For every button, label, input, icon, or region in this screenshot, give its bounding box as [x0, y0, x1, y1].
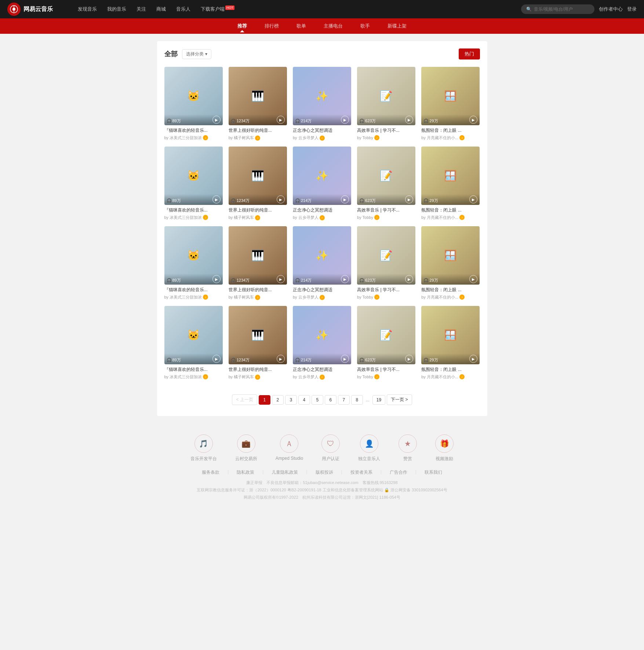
headphone-icon: 🎧	[423, 278, 429, 283]
footer-icon-item[interactable]: 💼 云村交易所	[235, 434, 257, 462]
footer-link[interactable]: 服务条款	[202, 469, 219, 476]
play-button-small[interactable]: ▶	[341, 195, 349, 203]
play-button-small[interactable]: ▶	[341, 116, 349, 124]
play-button-small[interactable]: ▶	[212, 116, 221, 124]
page-button-3[interactable]: 3	[285, 395, 297, 405]
play-button-small[interactable]: ▶	[405, 195, 413, 203]
play-count: 🎧 623万	[359, 357, 376, 363]
page-button-6[interactable]: 6	[325, 395, 336, 405]
by-label: by 月亮藏不住的小...	[421, 295, 458, 300]
page-button-19[interactable]: 19	[372, 395, 385, 405]
playlist-name: 『猫咪喜欢的轻音乐...	[164, 366, 223, 373]
sub-nav-artists[interactable]: 歌手	[359, 20, 371, 32]
chevron-down-icon: ▾	[205, 51, 207, 57]
next-page-button[interactable]: 下一页 >	[387, 394, 412, 405]
page-button-7[interactable]: 7	[338, 395, 350, 405]
thumb-overlay: 🎧 1234万 ▶	[229, 114, 287, 125]
nav-follow[interactable]: 关注	[132, 3, 150, 15]
playlist-item[interactable]: 🎹 🎧 1234万 ▶ 世界上很好听的纯音... by 橘子树风车 ♪	[229, 226, 287, 300]
nav-discover[interactable]: 发现音乐	[73, 3, 101, 15]
footer-link[interactable]: 版权投诉	[316, 469, 333, 476]
play-button-small[interactable]: ▶	[277, 355, 285, 363]
playlist-item[interactable]: 📝 🎧 623万 ▶ 高效率音乐 | 学习不... by Tobby ♪	[357, 306, 415, 380]
footer-link[interactable]: 广告合作	[390, 469, 407, 476]
playlist-item[interactable]: 🐱 🎧 89万 ▶ 『猫咪喜欢的轻音乐... by 冰美式三分甜加浓 ♪	[164, 67, 223, 141]
footer-link[interactable]: 投资者关系	[350, 469, 372, 476]
play-button-small[interactable]: ▶	[277, 195, 285, 203]
play-button-small[interactable]: ▶	[405, 355, 413, 363]
play-button-small[interactable]: ▶	[341, 275, 349, 283]
footer-link[interactable]: 隐私政策	[237, 469, 254, 476]
playlist-thumbnail: 🪟 🎧 29万 ▶	[421, 67, 480, 125]
page-button-2[interactable]: 2	[272, 395, 284, 405]
hot-filter-button[interactable]: 热门	[459, 48, 480, 59]
play-button-small[interactable]: ▶	[212, 275, 221, 283]
thumb-overlay: 🎧 89万 ▶	[164, 114, 223, 125]
footer-icp: 互联网宗教信息服务许可证：浙（2022）0000120 粤B2-20090191…	[7, 487, 637, 494]
play-button-small[interactable]: ▶	[277, 116, 285, 124]
playlist-item[interactable]: 🐱 🎧 89万 ▶ 『猫咪喜欢的轻音乐... by 冰美式三分甜加浓 ♪	[164, 226, 223, 300]
playlist-item[interactable]: 📝 🎧 623万 ▶ 高效率音乐 | 学习不... by Tobby ♪	[357, 67, 415, 141]
sub-nav-radio[interactable]: 主播电台	[322, 20, 344, 32]
play-button-small[interactable]: ▶	[469, 195, 477, 203]
playlist-item[interactable]: ✨ 🎧 214万 ▶ 正念净心之冥想调适 by 云乡寻梦人 ♪	[293, 67, 351, 141]
creator-center-button[interactable]: 创作者中心	[599, 6, 623, 12]
nav-my-music[interactable]: 我的音乐	[103, 3, 131, 15]
page-button-4[interactable]: 4	[298, 395, 310, 405]
playlist-item[interactable]: ✨ 🎧 214万 ▶ 正念净心之冥想调适 by 云乡寻梦人 ♪	[293, 147, 351, 220]
by-label: by 云乡寻梦人	[293, 135, 319, 141]
page-button-1[interactable]: 1	[259, 395, 270, 405]
footer-icon-item[interactable]: 🛡 用户认证	[321, 434, 340, 462]
footer-icons: 🎵 音乐开发平台 💼 云村交易所 Ａ Amped Studio 🛡 用户认证 👤…	[7, 434, 637, 462]
footer-icon-item[interactable]: ★ 赞赏	[399, 434, 417, 462]
sub-nav-recommend[interactable]: 推荐	[236, 20, 248, 32]
page-button-5[interactable]: 5	[312, 395, 323, 405]
playlist-item[interactable]: 🪟 🎧 29万 ▶ 氛围轻音：闭上眼 ... by 月亮藏不住的小... ♪	[421, 147, 480, 220]
footer-link[interactable]: 儿童隐私政策	[272, 469, 298, 476]
play-button-small[interactable]: ▶	[212, 195, 221, 203]
search-input[interactable]	[534, 7, 589, 12]
footer-icon-item[interactable]: 👤 独立音乐人	[358, 434, 380, 462]
sub-nav-new-albums[interactable]: 新碟上架	[386, 20, 408, 32]
login-button[interactable]: 登录	[627, 6, 637, 12]
play-button-small[interactable]: ▶	[469, 275, 477, 283]
playlist-item[interactable]: 📝 🎧 623万 ▶ 高效率音乐 | 学习不... by Tobby ♪	[357, 147, 415, 220]
play-button-small[interactable]: ▶	[212, 355, 221, 363]
playlist-item[interactable]: 🪟 🎧 29万 ▶ 氛围轻音：闭上眼 ... by 月亮藏不住的小... ♪	[421, 226, 480, 300]
footer-icon-item[interactable]: 🎵 音乐开发平台	[190, 434, 217, 462]
sub-nav-playlist[interactable]: 歌单	[295, 20, 308, 32]
play-button-small[interactable]: ▶	[277, 275, 285, 283]
play-button-small[interactable]: ▶	[341, 355, 349, 363]
play-button-small[interactable]: ▶	[469, 116, 477, 124]
playlist-item[interactable]: 🪟 🎧 29万 ▶ 氛围轻音：闭上眼 ... by 月亮藏不住的小... ♪	[421, 67, 480, 141]
playlist-item[interactable]: 🐱 🎧 89万 ▶ 『猫咪喜欢的轻音乐... by 冰美式三分甜加浓 ♪	[164, 306, 223, 380]
playlist-item[interactable]: 📝 🎧 623万 ▶ 高效率音乐 | 学习不... by Tobby ♪	[357, 226, 415, 300]
search-box[interactable]: 🔍	[521, 4, 594, 14]
vip-icon: ♪	[255, 215, 260, 220]
playlist-item[interactable]: 🐱 🎧 89万 ▶ 『猫咪喜欢的轻音乐... by 冰美式三分甜加浓 ♪	[164, 147, 223, 220]
pagination: < 上一页 1 2 3 4 5 6 7 8 ... 19 下一页 >	[164, 391, 480, 409]
play-button-small[interactable]: ▶	[405, 275, 413, 283]
playlist-thumbnail: 🪟 🎧 29万 ▶	[421, 306, 480, 364]
playlist-item[interactable]: 🎹 🎧 1234万 ▶ 世界上很好听的纯音... by 橘子树风车 ♪	[229, 147, 287, 220]
playlist-item[interactable]: 🪟 🎧 29万 ▶ 氛围轻音：闭上眼 ... by 月亮藏不住的小... ♪	[421, 306, 480, 380]
playlist-item[interactable]: 🎹 🎧 1234万 ▶ 世界上很好听的纯音... by 橘子树风车 ♪	[229, 306, 287, 380]
footer: 🎵 音乐开发平台 💼 云村交易所 Ａ Amped Studio 🛡 用户认证 👤…	[0, 423, 644, 512]
nav-store[interactable]: 商城	[152, 3, 170, 15]
nav-download[interactable]: 下载客户端HOT	[196, 3, 239, 15]
sub-nav-charts[interactable]: 排行榜	[263, 20, 280, 32]
footer-link[interactable]: 联系我们	[425, 469, 442, 476]
playlist-item[interactable]: ✨ 🎧 214万 ▶ 正念净心之冥想调适 by 云乡寻梦人 ♪	[293, 306, 351, 380]
nav-musicians[interactable]: 音乐人	[172, 3, 195, 15]
playlist-item[interactable]: ✨ 🎧 214万 ▶ 正念净心之冥想调适 by 云乡寻梦人 ♪	[293, 226, 351, 300]
footer-icon-label: Amped Studio	[276, 456, 303, 461]
footer-report-info: 廉正举报 不良信息举报邮箱：51jubao@service.netease.co…	[7, 479, 637, 487]
play-button-small[interactable]: ▶	[405, 116, 413, 124]
footer-icon-item[interactable]: Ａ Amped Studio	[276, 434, 303, 462]
category-select[interactable]: 选择分类 ▾	[182, 49, 211, 59]
play-button-small[interactable]: ▶	[469, 355, 477, 363]
page-button-8[interactable]: 8	[351, 395, 363, 405]
prev-page-button[interactable]: < 上一页	[232, 394, 257, 405]
footer-icon-item[interactable]: 🎁 视频激励	[435, 434, 454, 462]
playlist-item[interactable]: 🎹 🎧 1234万 ▶ 世界上很好听的纯音... by 橘子树风车 ♪	[229, 67, 287, 141]
